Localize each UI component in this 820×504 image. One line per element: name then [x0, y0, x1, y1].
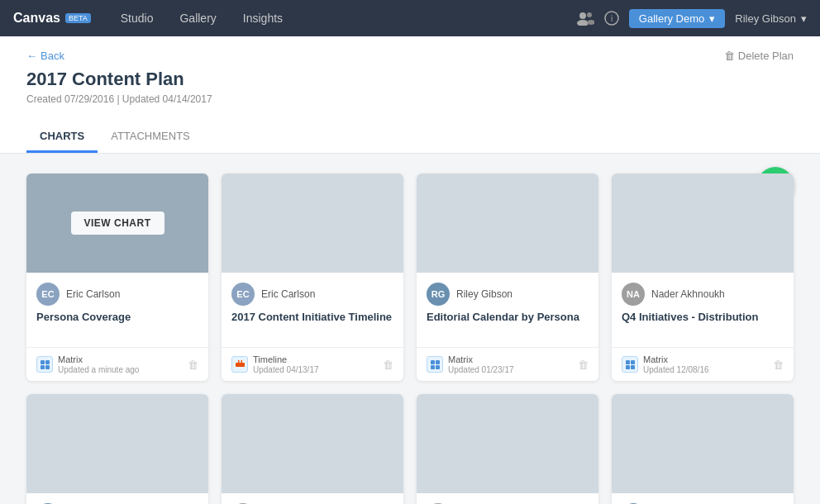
type-icon	[231, 356, 248, 373]
svg-rect-20	[631, 365, 635, 369]
logo-text: Canvas	[13, 11, 60, 26]
card-thumbnail	[222, 174, 403, 273]
author-name: Nader Akhnoukh	[651, 288, 725, 300]
card-thumbnail	[612, 174, 794, 273]
info-icon[interactable]: i	[604, 11, 619, 26]
delete-plan-button[interactable]: 🗑 Delete Plan	[724, 50, 794, 62]
nav-gallery[interactable]: Gallery	[166, 0, 229, 36]
card-type: Matrix Updated 12/08/16	[622, 354, 709, 374]
nav-insights[interactable]: Insights	[230, 0, 296, 36]
card-body: EC Eric Carlson 2017 Content Initiative …	[222, 273, 403, 340]
card-title: Persona Coverage	[36, 311, 198, 337]
nav-links: Studio Gallery Insights	[107, 0, 296, 36]
tabs: CHARTS ATTACHMENTS	[26, 121, 794, 153]
trash-icon: 🗑	[724, 50, 735, 62]
card-author: NA Nader Akhnoukh	[622, 283, 784, 306]
type-icon	[36, 356, 53, 373]
card-author: RG Riley Gibson	[427, 283, 589, 306]
svg-rect-14	[436, 360, 440, 364]
users-icon[interactable]	[576, 11, 594, 26]
svg-point-0	[579, 12, 586, 19]
card-thumbnail	[417, 174, 598, 273]
card-author: EC Eric Carlson	[231, 283, 393, 306]
card-item[interactable]: RG Riley Gibson Regional Theme Coverage …	[26, 394, 208, 504]
svg-rect-18	[631, 360, 635, 364]
card-updated: Updated a minute ago	[58, 365, 139, 374]
gallery-demo-selector[interactable]: Gallery Demo ▾	[629, 9, 725, 28]
card-item[interactable]: NA Nader Akhnoukh Marketing Priority Cov…	[222, 394, 403, 504]
avatar: EC	[36, 283, 60, 306]
card-item[interactable]: RG Riley Gibson Editorial Calendar by Pe…	[417, 174, 598, 381]
card-thumbnail	[417, 394, 598, 493]
card-title: Q4 Initiatives - Distribution	[622, 311, 784, 337]
card-thumbnail	[26, 394, 208, 493]
card-item[interactable]: NA Nader Akhnoukh Delivery by Quarter: B…	[417, 394, 598, 504]
type-label: Timeline	[253, 354, 319, 364]
nav-logo[interactable]: Canvas BETA	[13, 11, 91, 26]
svg-text:i: i	[611, 14, 613, 23]
card-footer: Matrix Updated 01/23/17 🗑	[417, 347, 598, 381]
svg-rect-19	[626, 365, 630, 369]
card-footer: Matrix Updated a minute ago 🗑	[26, 347, 208, 381]
back-label: Back	[41, 50, 64, 62]
page-header: ← Back 2017 Content Plan Created 07/29/2…	[0, 36, 820, 154]
nav-right: i Gallery Demo ▾ Riley Gibson ▾	[576, 9, 807, 28]
delete-label: Delete Plan	[738, 50, 794, 62]
card-type: Timeline Updated 04/13/17	[231, 354, 319, 374]
card-body: RG Riley Gibson Regional Theme Coverage	[26, 493, 208, 504]
nav-studio[interactable]: Studio	[107, 0, 167, 36]
back-arrow-icon: ←	[26, 50, 37, 62]
card-title: 2017 Content Initiative Timeline	[231, 311, 393, 337]
svg-rect-10	[236, 363, 245, 367]
author-name: Eric Carlson	[261, 288, 315, 300]
delete-card-icon[interactable]: 🗑	[383, 359, 393, 371]
card-type: Matrix Updated 01/23/17	[427, 354, 514, 374]
card-footer: Timeline Updated 04/13/17 🗑	[222, 347, 403, 381]
card-body: EC Eric Carlson Persona Coverage	[26, 273, 208, 340]
card-thumbnail	[222, 394, 403, 493]
card-footer: Matrix Updated 12/08/16 🗑	[612, 347, 794, 381]
user-menu[interactable]: Riley Gibson ▾	[735, 12, 807, 25]
tab-charts[interactable]: CHARTS	[26, 121, 98, 153]
card-title: Editorial Calendar by Persona	[427, 311, 589, 337]
avatar: EC	[231, 283, 255, 306]
user-name: Riley Gibson	[735, 12, 796, 25]
card-item[interactable]: VIEW CHART EC Eric Carlson Persona Cover…	[26, 174, 208, 381]
svg-rect-17	[626, 360, 630, 364]
card-body: NA Nader Akhnoukh Q4 Initiatives - Distr…	[612, 273, 794, 340]
card-updated: Updated 12/08/16	[643, 365, 709, 374]
page-title: 2017 Content Plan	[26, 69, 724, 90]
svg-rect-12	[241, 360, 242, 363]
svg-rect-11	[238, 360, 240, 363]
svg-rect-9	[45, 365, 50, 369]
svg-rect-13	[431, 360, 435, 364]
svg-rect-8	[41, 365, 45, 369]
avatar: RG	[427, 283, 450, 306]
author-name: Eric Carlson	[66, 288, 120, 300]
type-label: Matrix	[448, 354, 514, 364]
card-body: RG Riley Gibson Marketing Theme Coverage	[612, 493, 794, 504]
type-icon	[427, 356, 443, 373]
back-button[interactable]: ← Back	[26, 50, 724, 62]
delete-card-icon[interactable]: 🗑	[578, 359, 589, 371]
card-item[interactable]: NA Nader Akhnoukh Q4 Initiatives - Distr…	[612, 174, 794, 381]
page-meta: Created 07/29/2016 | Updated 04/14/2017	[26, 93, 724, 105]
card-body: NA Nader Akhnoukh Marketing Priority Cov…	[222, 493, 403, 504]
type-icon	[622, 356, 638, 373]
card-item[interactable]: RG Riley Gibson Marketing Theme Coverage…	[612, 394, 794, 504]
card-author: EC Eric Carlson	[36, 283, 198, 306]
card-body: RG Riley Gibson Editorial Calendar by Pe…	[417, 273, 598, 340]
beta-badge: BETA	[65, 13, 91, 23]
svg-rect-7	[45, 360, 50, 364]
card-updated: Updated 01/23/17	[448, 365, 514, 374]
delete-card-icon[interactable]: 🗑	[773, 359, 784, 371]
card-body: NA Nader Akhnoukh Delivery by Quarter: B…	[417, 493, 598, 504]
tab-attachments[interactable]: ATTACHMENTS	[98, 121, 203, 153]
delete-card-icon[interactable]: 🗑	[188, 359, 198, 371]
card-item[interactable]: EC Eric Carlson 2017 Content Initiative …	[222, 174, 403, 381]
card-thumbnail: VIEW CHART	[26, 174, 208, 273]
card-updated: Updated 04/13/17	[253, 365, 319, 374]
svg-rect-15	[431, 365, 435, 369]
navbar: Canvas BETA Studio Gallery Insights i	[0, 0, 820, 36]
svg-rect-6	[41, 360, 45, 364]
